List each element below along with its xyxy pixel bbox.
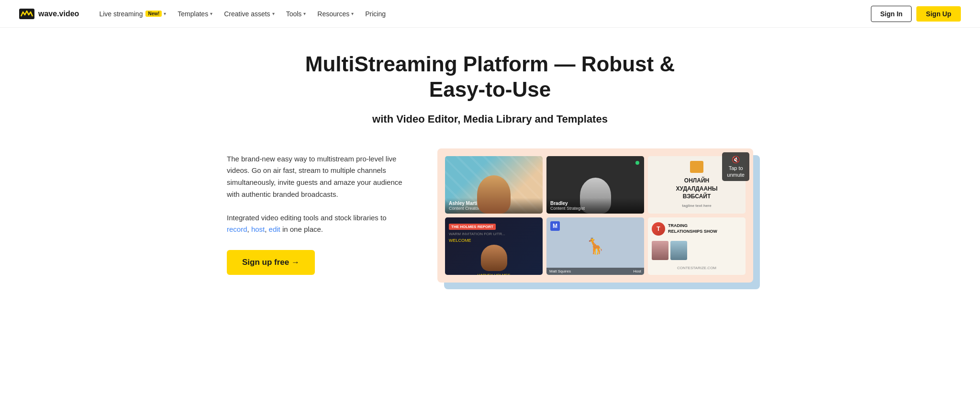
chevron-icon: ▾ xyxy=(164,11,166,16)
navbar: wave.video Live streaming New! ▾ Templat… xyxy=(0,0,980,28)
nav-label-live-streaming: Live streaming xyxy=(99,10,143,18)
nav-label-creative-assets: Creative assets xyxy=(224,10,270,18)
signup-free-button[interactable]: Sign up free → xyxy=(227,250,315,275)
hero-section: MultiStreaming Platform — Robust & Easy-… xyxy=(0,28,980,311)
tap-unmute-text: Tap tounmute xyxy=(727,165,745,178)
nav-actions: Sign In Sign Up xyxy=(871,6,961,22)
chevron-icon: ▾ xyxy=(272,11,275,16)
desc2-comma2: , xyxy=(265,225,268,233)
desc2-prefix: Integrated video editing tools and stock… xyxy=(227,214,387,222)
signup-button[interactable]: Sign Up xyxy=(916,6,961,22)
hero-subtitle: with Video Editor, Media Library and Tem… xyxy=(372,113,608,125)
logo[interactable]: wave.video xyxy=(19,9,79,19)
cell-2-overlay: Bradley Content Strategist xyxy=(546,198,644,214)
logo-text: wave.video xyxy=(38,10,79,18)
nav-item-templates[interactable]: Templates ▾ xyxy=(173,7,217,21)
signin-button[interactable]: Sign In xyxy=(871,6,912,22)
mute-icon: 🔇 xyxy=(727,155,745,164)
hero-body: The brand-new easy way to multistream pr… xyxy=(227,148,753,283)
cyrillic-text: ОНЛАЙНХУДАЛДААНЫВЭБСАЙТ xyxy=(676,177,718,201)
nav-item-tools[interactable]: Tools ▾ xyxy=(281,7,311,21)
record-link[interactable]: record xyxy=(227,225,247,233)
grid-cell-webinar: T TRADINGRELATIONSHIPS SHOW CONTESTARIZE… xyxy=(648,217,746,275)
nav-item-resources[interactable]: Resources ▾ xyxy=(312,7,358,21)
grid-cell-1: Ashley Martinez Content Creator xyxy=(445,156,543,214)
hero-left: The brand-new easy way to multistream pr… xyxy=(227,148,409,275)
desc2-comma1: , xyxy=(247,225,251,233)
nav-item-creative-assets[interactable]: Creative assets ▾ xyxy=(219,7,279,21)
cell-2-title: Content Strategist xyxy=(550,206,640,211)
nav-item-live-streaming[interactable]: Live streaming New! ▾ xyxy=(94,7,171,21)
webinar-url: CONTESTARIZE.COM xyxy=(652,266,742,270)
grid-cell-holmes: THE HOLMES REPORT WARM INVITATION FOR U/… xyxy=(445,217,543,275)
chevron-icon: ▾ xyxy=(210,11,212,16)
m-badge: M xyxy=(550,221,560,231)
nav-item-pricing[interactable]: Pricing xyxy=(360,7,390,21)
tap-unmute-badge[interactable]: 🔇 Tap tounmute xyxy=(722,152,749,181)
hero-title: MultiStreaming Platform — Robust & Easy-… xyxy=(275,52,705,102)
host-link[interactable]: host xyxy=(251,225,265,233)
cell-2-name: Bradley xyxy=(550,201,640,206)
hero-right: 🔇 Tap tounmute Ashley Martinez Content C… xyxy=(437,148,753,283)
toy-cell-role: Host xyxy=(634,269,641,273)
nav-label-tools: Tools xyxy=(286,10,302,18)
chevron-icon: ▾ xyxy=(303,11,306,16)
holmes-report-badge: THE HOLMES REPORT xyxy=(449,224,496,230)
nav-label-pricing: Pricing xyxy=(365,10,386,18)
hero-description: The brand-new easy way to multistream pr… xyxy=(227,153,409,201)
toy-cell-name: Matt Squires xyxy=(549,269,571,273)
edit-link[interactable]: edit xyxy=(269,225,280,233)
grid-top-row: Ashley Martinez Content Creator Bradley xyxy=(445,156,746,214)
grid-cell-toy: M 🦒 Matt Squires Host xyxy=(546,217,644,275)
nav-label-templates: Templates xyxy=(178,10,208,18)
grid-bottom-row: THE HOLMES REPORT WARM INVITATION FOR U/… xyxy=(445,217,746,275)
desc2-suffix: in one place. xyxy=(280,225,323,233)
svg-rect-0 xyxy=(19,9,34,19)
hero-description-2: Integrated video editing tools and stock… xyxy=(227,212,409,236)
logo-icon xyxy=(19,9,34,19)
new-badge: New! xyxy=(145,11,162,17)
grid-cell-2: Bradley Content Strategist xyxy=(546,156,644,214)
holmes-name: HARVEY HOLMES xyxy=(449,273,539,275)
nav-label-resources: Resources xyxy=(317,10,349,18)
chevron-icon: ▾ xyxy=(351,11,354,16)
nav-links: Live streaming New! ▾ Templates ▾ Creati… xyxy=(94,7,871,21)
image-grid-container: 🔇 Tap tounmute Ashley Martinez Content C… xyxy=(437,148,753,283)
